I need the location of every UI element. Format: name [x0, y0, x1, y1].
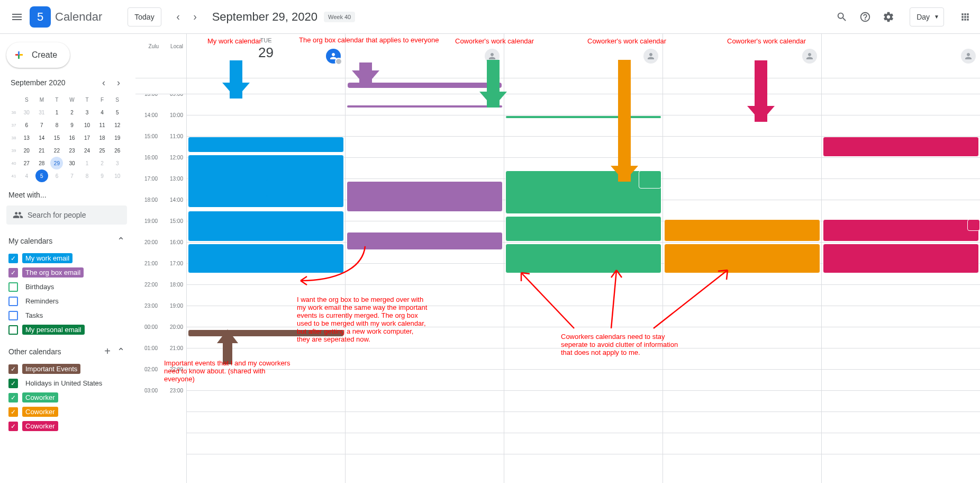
calendar-item[interactable]: The org box email [6, 265, 127, 280]
calendar-item[interactable]: Reminders [6, 294, 127, 308]
mini-day[interactable]: 7 [35, 119, 48, 131]
calendar-item[interactable]: Tasks [6, 308, 127, 323]
event-block[interactable] [664, 244, 820, 273]
mini-day[interactable]: 4 [20, 169, 33, 182]
mini-day[interactable]: 17 [81, 131, 94, 144]
event-block[interactable] [505, 244, 661, 273]
mini-day[interactable]: 26 [111, 144, 124, 157]
event-column[interactable] [504, 94, 663, 483]
mini-day[interactable]: 19 [111, 131, 124, 144]
mini-day[interactable]: 5 [35, 169, 48, 182]
other-calendars-header[interactable]: Other calendars + ⌃ [4, 337, 129, 362]
event-block[interactable] [505, 115, 661, 119]
event-block[interactable] [188, 244, 344, 273]
mini-day[interactable]: 6 [20, 119, 33, 131]
avatar-icon[interactable] [802, 49, 817, 64]
event-block[interactable] [823, 244, 979, 273]
today-button[interactable]: Today [128, 7, 161, 26]
allday-cell[interactable] [663, 78, 821, 94]
event-column[interactable] [345, 94, 504, 483]
mini-day[interactable]: 13 [20, 131, 33, 144]
event-block[interactable] [266, 179, 343, 197]
mini-day[interactable]: 28 [35, 157, 48, 169]
mini-day[interactable]: 31 [35, 106, 48, 119]
event-block[interactable] [823, 137, 979, 157]
mini-day[interactable]: 10 [81, 119, 94, 131]
mini-day[interactable]: 3 [111, 157, 124, 169]
avatar-icon[interactable] [326, 49, 341, 64]
mini-day[interactable]: 22 [50, 144, 63, 157]
calendar-item[interactable]: Coworker [6, 405, 127, 419]
event-block[interactable] [347, 232, 503, 250]
next-day-button[interactable]: › [187, 8, 204, 25]
mini-day[interactable]: 8 [50, 119, 63, 131]
my-calendars-header[interactable]: My calendars ⌃ [4, 227, 129, 251]
mini-day[interactable]: 7 [66, 169, 78, 182]
mini-day[interactable]: 16 [66, 131, 78, 144]
event-block[interactable] [967, 219, 980, 231]
allday-cell[interactable] [186, 78, 345, 94]
create-button[interactable]: Create [6, 42, 70, 68]
mini-day[interactable]: 14 [35, 131, 48, 144]
mini-day[interactable]: 27 [20, 157, 33, 169]
checkbox[interactable] [8, 311, 18, 320]
mini-day[interactable]: 25 [96, 144, 108, 157]
mini-day[interactable]: 2 [66, 106, 78, 119]
mini-day[interactable]: 1 [81, 157, 94, 169]
calendar-item[interactable]: Birthdays [6, 280, 127, 294]
mini-day[interactable]: 1 [50, 106, 63, 119]
mini-day[interactable]: 9 [66, 119, 78, 131]
event-block[interactable] [639, 171, 661, 189]
main-menu-icon[interactable] [4, 4, 30, 30]
allday-cell[interactable] [821, 78, 980, 94]
mini-day[interactable]: 11 [96, 119, 108, 131]
search-people-input[interactable]: Search for people [6, 205, 127, 225]
checkbox[interactable] [8, 282, 18, 292]
calendar-item[interactable]: Coworker [6, 390, 127, 405]
add-calendar-icon[interactable]: + [104, 345, 111, 357]
event-block[interactable] [188, 137, 344, 153]
gear-icon[interactable] [878, 6, 899, 28]
event-block[interactable] [505, 216, 661, 241]
mini-day[interactable]: 18 [96, 131, 108, 144]
mini-day[interactable]: 10 [111, 169, 124, 182]
calendar-item[interactable]: Holidays in United States [6, 376, 127, 390]
mini-day[interactable]: 21 [35, 144, 48, 157]
mini-day[interactable]: 4 [96, 106, 108, 119]
checkbox[interactable] [8, 254, 18, 263]
mini-day[interactable]: 30 [66, 157, 78, 169]
checkbox[interactable] [8, 364, 18, 374]
checkbox[interactable] [8, 325, 18, 335]
event-column[interactable] [186, 94, 345, 483]
help-icon[interactable] [855, 6, 876, 28]
calendar-item[interactable]: My personal email [6, 323, 127, 337]
mini-day[interactable]: 8 [81, 169, 94, 182]
checkbox[interactable] [8, 268, 18, 278]
prev-day-button[interactable]: ‹ [170, 8, 187, 25]
event-block[interactable] [823, 219, 979, 241]
checkbox[interactable] [8, 297, 18, 306]
mini-day[interactable]: 23 [66, 144, 78, 157]
apps-icon[interactable] [955, 6, 976, 28]
checkbox[interactable] [8, 393, 18, 402]
event-block[interactable] [188, 329, 344, 337]
event-column[interactable] [821, 94, 980, 483]
checkbox[interactable] [8, 407, 18, 417]
mini-day[interactable]: 9 [96, 169, 108, 182]
mini-day[interactable]: 24 [81, 144, 94, 157]
mini-day[interactable]: 3 [81, 106, 94, 119]
event-block[interactable] [347, 181, 503, 212]
view-selector[interactable]: Day▼ [910, 7, 944, 26]
mini-day[interactable]: 2 [96, 157, 108, 169]
search-icon[interactable] [831, 6, 852, 28]
mini-day[interactable]: 5 [111, 106, 124, 119]
mini-day[interactable]: 30 [20, 106, 33, 119]
calendar-item[interactable]: Important Events [6, 362, 127, 376]
mini-day[interactable]: 12 [111, 119, 124, 131]
calendar-item[interactable]: My work email [6, 251, 127, 265]
calendar-item[interactable]: Coworker [6, 419, 127, 433]
event-block[interactable] [664, 219, 820, 241]
event-column[interactable] [663, 94, 821, 483]
mini-day[interactable]: 6 [50, 169, 63, 182]
mini-day[interactable]: 20 [20, 144, 33, 157]
